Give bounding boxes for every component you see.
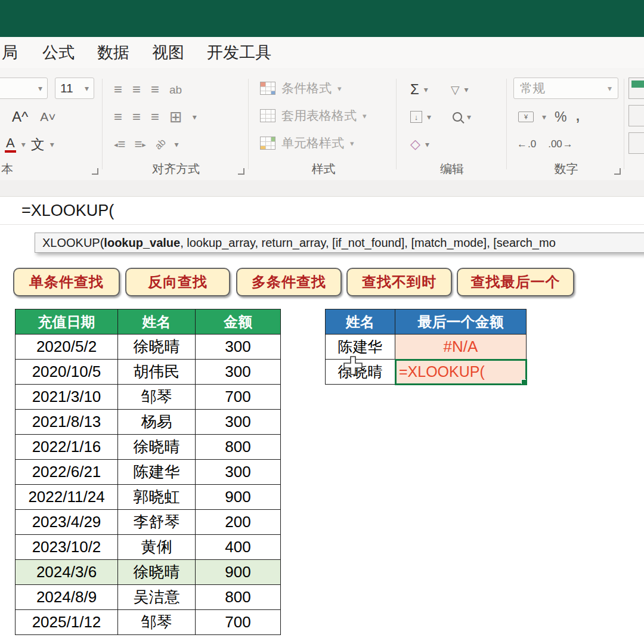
cell-amount[interactable]: 200: [196, 510, 281, 535]
header-amount[interactable]: 金额: [196, 309, 281, 335]
button-find-last-one[interactable]: 查找最后一个: [457, 268, 574, 296]
tab-view[interactable]: 视图: [141, 42, 196, 63]
cell-name[interactable]: 邹琴: [118, 610, 196, 635]
button-if-not-found[interactable]: 查找不到时: [346, 268, 452, 296]
tab-page-layout-partial[interactable]: 局: [0, 42, 31, 63]
header-name[interactable]: 姓名: [118, 309, 196, 335]
conditional-formatting-button[interactable]: 条件格式: [281, 80, 332, 97]
cell-name[interactable]: 徐晓晴: [326, 360, 395, 385]
increase-indent-icon[interactable]: ≡▸: [134, 137, 145, 152]
cell-date[interactable]: 2024/3/6: [16, 560, 118, 585]
percent-style-icon[interactable]: %: [555, 109, 566, 125]
formula-bar-value[interactable]: =XLOOKUP(: [21, 202, 114, 220]
tab-data[interactable]: 数据: [86, 42, 141, 63]
accounting-format-icon[interactable]: ¥: [518, 112, 534, 122]
header-last-amount[interactable]: 最后一个金额: [395, 309, 527, 335]
cell-amount[interactable]: 400: [196, 535, 281, 560]
number-group-label: 数字: [509, 161, 624, 177]
cell-amount[interactable]: 800: [196, 585, 281, 610]
clear-icon[interactable]: ◇: [410, 137, 420, 152]
align-left-icon[interactable]: ≡: [114, 110, 122, 124]
wrap-text-icon[interactable]: ab: [169, 84, 182, 95]
cell-date[interactable]: 2020/10/5: [16, 360, 118, 385]
font-color-icon[interactable]: A: [5, 136, 16, 152]
cell-date[interactable]: 2021/3/10: [16, 385, 118, 410]
tab-developer[interactable]: 开发工具: [196, 42, 283, 63]
cell-name[interactable]: 徐晓晴: [118, 335, 196, 360]
header-name[interactable]: 姓名: [326, 309, 395, 335]
decrease-indent-icon[interactable]: ◂≡: [114, 137, 125, 152]
alignment-dialog-launcher-icon[interactable]: [238, 168, 244, 175]
autosum-icon[interactable]: Σ: [410, 81, 419, 98]
header-recharge-date[interactable]: 充值日期: [16, 309, 118, 335]
formula-bar[interactable]: =XLOOKUP(: [0, 197, 644, 225]
align-bottom-icon[interactable]: ≡: [151, 82, 159, 97]
cell-date[interactable]: 2020/5/2: [16, 335, 118, 360]
font-dialog-launcher-icon[interactable]: [92, 168, 98, 175]
text-orientation-icon[interactable]: ab: [153, 137, 168, 151]
cell-name[interactable]: 郭晓虹: [118, 485, 196, 510]
cell-date[interactable]: 2023/10/2: [16, 535, 118, 560]
cell-name[interactable]: 杨易: [118, 410, 196, 435]
cell-date[interactable]: 2021/8/13: [16, 410, 118, 435]
increase-decimal-icon[interactable]: ←.0: [517, 138, 536, 150]
cell-na-error[interactable]: #N/A: [395, 335, 527, 360]
table-row: 2025/1/12邹琴700: [16, 610, 281, 635]
cell-date[interactable]: 2022/6/21: [16, 460, 118, 485]
cell-amount[interactable]: 800: [196, 435, 281, 460]
cell-date[interactable]: 2024/8/9: [16, 585, 118, 610]
cell-name[interactable]: 邹琴: [118, 385, 196, 410]
align-top-icon[interactable]: ≡: [114, 82, 122, 97]
cell-name[interactable]: 吴洁意: [118, 585, 196, 610]
cell-date[interactable]: 2022/1/16: [16, 435, 118, 460]
delete-cells-icon[interactable]: [628, 105, 644, 126]
number-format-dropdown[interactable]: 常规 ▾: [513, 78, 618, 99]
sort-filter-icon[interactable]: ▽: [451, 83, 460, 97]
decrease-font-size-icon[interactable]: A˅: [40, 110, 55, 124]
align-right-icon[interactable]: ≡: [151, 110, 159, 124]
cell-amount[interactable]: 900: [196, 485, 281, 510]
cell-amount[interactable]: 700: [196, 610, 281, 635]
styles-group-label: 样式: [250, 161, 397, 177]
align-center-icon[interactable]: ≡: [132, 110, 141, 124]
format-cells-icon[interactable]: [628, 132, 644, 154]
find-select-icon[interactable]: [453, 112, 462, 122]
cell-amount[interactable]: 700: [196, 385, 281, 410]
insert-cells-icon[interactable]: [628, 78, 644, 99]
cell-name[interactable]: 徐晓晴: [118, 435, 196, 460]
cell-amount[interactable]: 300: [196, 335, 281, 360]
decrease-decimal-icon[interactable]: .00→: [548, 138, 573, 150]
button-single-condition-lookup[interactable]: 单条件查找: [13, 268, 120, 296]
table-row: 2022/11/24郭晓虹900: [16, 485, 281, 510]
cell-date[interactable]: 2025/1/12: [16, 610, 118, 635]
button-multi-condition-lookup[interactable]: 多条件查找: [236, 268, 342, 296]
cell-name[interactable]: 黄俐: [118, 535, 196, 560]
cell-name[interactable]: 李舒琴: [118, 510, 196, 535]
align-middle-icon[interactable]: ≡: [132, 82, 141, 97]
button-reverse-lookup[interactable]: 反向查找: [125, 268, 230, 296]
cell-amount[interactable]: 300: [196, 410, 281, 435]
cell-name[interactable]: 陈建华: [118, 460, 196, 485]
phonetic-guide-icon[interactable]: 文: [31, 135, 45, 154]
cell-styles-button[interactable]: 单元格样式: [281, 135, 344, 151]
cell-name[interactable]: 胡伟民: [118, 360, 196, 385]
font-size-dropdown[interactable]: 11 ▾: [55, 78, 94, 99]
cell-amount[interactable]: 300: [196, 460, 281, 485]
increase-font-size-icon[interactable]: A^: [12, 109, 28, 125]
tab-formulas[interactable]: 公式: [31, 42, 86, 63]
number-dialog-launcher-icon[interactable]: [614, 168, 621, 175]
cell-date[interactable]: 2022/11/24: [16, 485, 118, 510]
cell-formula-editing[interactable]: =XLOOKUP(: [395, 360, 527, 385]
cell-amount[interactable]: 300: [196, 360, 281, 385]
merge-cells-icon[interactable]: ⊞: [169, 109, 182, 125]
cell-name[interactable]: 徐晓晴: [118, 560, 196, 585]
fill-down-icon[interactable]: ↓: [410, 111, 422, 123]
comma-style-icon[interactable]: ,: [575, 109, 580, 119]
format-as-table-icon: [260, 109, 275, 122]
cell-name[interactable]: 陈建华: [326, 335, 395, 360]
chevron-down-icon: ▾: [608, 84, 612, 92]
cell-amount[interactable]: 900: [196, 560, 281, 585]
font-name-dropdown[interactable]: ▾: [0, 78, 48, 99]
format-as-table-button[interactable]: 套用表格格式: [281, 107, 357, 124]
cell-date[interactable]: 2023/4/29: [16, 510, 118, 535]
